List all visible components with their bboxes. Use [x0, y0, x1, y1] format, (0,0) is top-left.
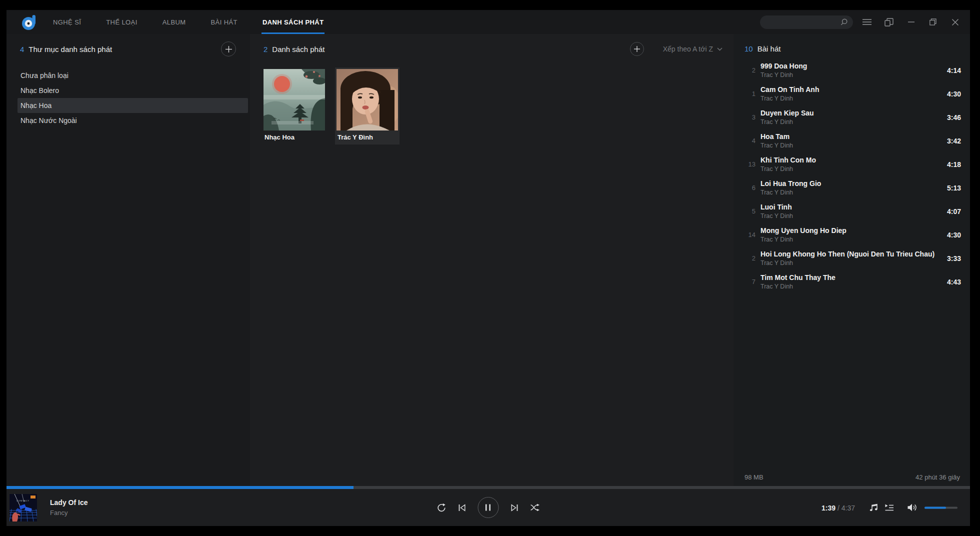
playlist-art-landscape — [264, 69, 325, 130]
search-icon — [840, 18, 848, 26]
song-artist: Trac Y Dinh — [760, 236, 944, 243]
queue-button[interactable] — [884, 504, 894, 512]
player-right-cluster: 1:39 / 4:37 — [822, 503, 958, 512]
volume-slider[interactable] — [924, 506, 958, 508]
song-duration: 4:43 — [947, 278, 961, 286]
close-icon — [952, 19, 958, 26]
plus-icon — [226, 46, 232, 52]
add-playlist-button[interactable] — [630, 42, 644, 56]
repeat-icon — [436, 503, 446, 512]
song-title: Mong Uyen Uong Ho Diep — [760, 226, 944, 234]
tab-playlists[interactable]: DANH SÁCH PHÁT — [262, 10, 325, 34]
song-artist: Trac Y Dinh — [760, 260, 944, 266]
song-row[interactable]: 2 999 Doa Hong Trac Y Dinh 4:14 — [734, 58, 970, 82]
song-row[interactable]: 13 Khi Tinh Con Mo Trac Y Dinh 4:18 — [734, 152, 970, 176]
restore-button[interactable] — [922, 10, 944, 34]
folder-item-unsorted[interactable]: Chưa phân loại — [18, 68, 248, 83]
song-artist: Trac Y Dinh — [760, 166, 944, 172]
song-row[interactable]: 5 Luoi Tinh Trac Y Dinh 4:07 — [734, 200, 970, 223]
close-button[interactable] — [944, 10, 966, 34]
previous-button[interactable] — [458, 504, 466, 512]
titlebar-right — [760, 10, 970, 34]
tab-songs[interactable]: BÀI HÁT — [210, 10, 238, 34]
playlist-tile-nhac-hoa[interactable]: Nhạc Hoa — [262, 68, 326, 144]
songs-count: 10 — [744, 44, 753, 53]
search-input[interactable] — [767, 18, 840, 26]
windows-stack-icon — [884, 18, 894, 26]
playlist-tile-trac-y-dinh[interactable]: Trác Y Đình — [335, 68, 400, 144]
pause-button[interactable] — [478, 497, 498, 518]
next-button[interactable] — [510, 504, 518, 512]
song-track-number: 13 — [734, 160, 756, 168]
elapsed-time: 1:39 — [822, 504, 836, 512]
app-window: NGHỆ SĨ THỂ LOẠI ALBUM BÀI HÁT DANH SÁCH… — [6, 10, 970, 526]
menu-button[interactable] — [856, 10, 878, 34]
song-row[interactable]: 7 Tim Mot Chu Thay The Trac Y Dinh 4:43 — [734, 270, 970, 294]
sort-label: Xếp theo A tới Z — [663, 45, 713, 53]
song-row[interactable]: 3 Duyen Kiep Sau Trac Y Dinh 3:46 — [734, 106, 970, 129]
folder-list: Chưa phân loại Nhạc Bolero Nhạc Hoa Nhạc… — [6, 68, 250, 128]
add-folder-button[interactable] — [221, 42, 236, 56]
song-track-number: 14 — [734, 231, 756, 238]
now-playing-info: Lady Of Ice Fancy — [50, 498, 88, 516]
song-track-number: 2 — [734, 66, 756, 74]
folder-item-bolero[interactable]: Nhạc Bolero — [18, 83, 248, 98]
player-bar: CONTACT Lady Of Ice Fancy — [6, 486, 970, 526]
pause-icon — [485, 504, 492, 511]
now-playing-view-button[interactable] — [869, 503, 878, 512]
volume-fill — [924, 506, 946, 508]
folders-header: 4 Thư mục danh sách phát — [20, 41, 236, 57]
repeat-button[interactable] — [436, 503, 446, 512]
song-track-number: 1 — [734, 90, 756, 98]
minimize-button[interactable] — [900, 10, 922, 34]
folder-item-nuoc-ngoai[interactable]: Nhạc Nước Ngoài — [18, 113, 248, 128]
song-title: Tim Mot Chu Thay The — [760, 274, 944, 282]
song-title: Cam On Tinh Anh — [760, 86, 944, 94]
volume-button[interactable] — [907, 504, 918, 512]
chevron-down-icon — [717, 48, 722, 51]
shuffle-button[interactable] — [530, 504, 540, 512]
now-playing-artist: Fancy — [50, 509, 88, 516]
total-duration: 42 phút 36 giây — [916, 474, 960, 481]
sort-dropdown[interactable]: Xếp theo A tới Z — [663, 45, 722, 53]
song-track-number: 4 — [734, 137, 756, 144]
song-title: 999 Doa Hong — [760, 62, 944, 70]
now-playing-album-art: CONTACT — [10, 494, 37, 522]
minimize-icon — [908, 22, 914, 22]
playlist-tile-label: Trác Y Đình — [336, 134, 398, 143]
song-title: Luoi Tinh — [760, 203, 944, 211]
song-row[interactable]: 6 Loi Hua Trong Gio Trac Y Dinh 5:13 — [734, 176, 970, 200]
song-row[interactable]: 1 Cam On Tinh Anh Trac Y Dinh 4:30 — [734, 82, 970, 106]
folder-item-nhac-hoa[interactable]: Nhạc Hoa — [18, 98, 248, 113]
song-row[interactable]: 2 Hoi Long Khong Ho Then (Nguoi Den Tu T… — [734, 246, 970, 270]
song-track-number: 6 — [734, 184, 756, 192]
song-title: Hoa Tam — [760, 132, 944, 140]
titlebar: NGHỆ SĨ THỂ LOẠI ALBUM BÀI HÁT DANH SÁCH… — [6, 10, 970, 34]
song-track-number: 3 — [734, 114, 756, 121]
tab-artists[interactable]: NGHỆ SĨ — [52, 10, 82, 34]
song-artist: Trac Y Dinh — [760, 189, 944, 196]
speaker-icon — [907, 504, 918, 512]
hamburger-menu-icon — [862, 18, 872, 26]
app-logo — [6, 10, 38, 34]
song-duration: 3:42 — [947, 137, 961, 145]
play-queue-icon — [884, 504, 894, 512]
song-duration: 4:30 — [947, 90, 961, 98]
song-row[interactable]: 4 Hoa Tam Trac Y Dinh 3:42 — [734, 129, 970, 152]
song-row[interactable]: 14 Mong Uyen Uong Ho Diep Trac Y Dinh 4:… — [734, 223, 970, 246]
playlist-art-portrait — [336, 69, 398, 130]
song-track-number: 2 — [734, 254, 756, 262]
song-title: Loi Hua Trong Gio — [760, 180, 944, 188]
playback-controls — [436, 497, 540, 518]
dopamine-logo-icon — [22, 14, 38, 30]
songs-title: Bài hát — [758, 44, 781, 53]
tab-albums[interactable]: ALBUM — [162, 10, 187, 34]
playlists-count: 2 — [264, 45, 268, 54]
songs-list: 2 999 Doa Hong Trac Y Dinh 4:14 1 Cam On… — [734, 58, 970, 474]
mini-player-button[interactable] — [878, 10, 900, 34]
tab-genres[interactable]: THỂ LOẠI — [105, 10, 138, 34]
folders-count: 4 — [20, 45, 24, 54]
playlists-header: 2 Danh sách phát Xếp theo A tới Z — [264, 41, 722, 57]
skip-previous-icon — [458, 504, 466, 512]
search-box[interactable] — [760, 16, 853, 29]
